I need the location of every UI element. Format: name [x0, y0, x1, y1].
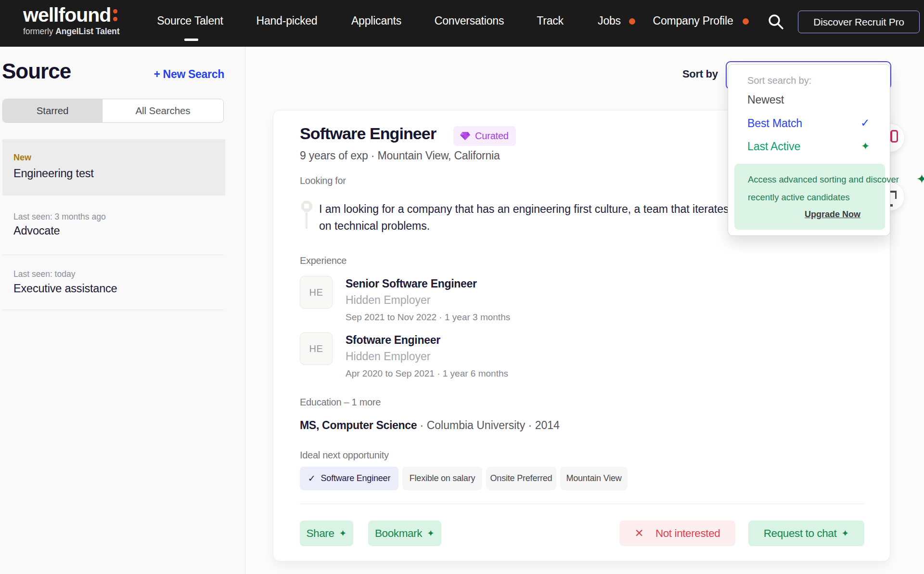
new-badge: New	[13, 153, 31, 163]
ideal-chips: ✓Software Engineer Flexible on salary On…	[300, 467, 628, 490]
logo-wordmark: wellfound	[23, 4, 119, 26]
looking-for-text-line1: I am looking for a company that has an e…	[319, 203, 729, 216]
discover-recruit-pro-button[interactable]: Discover Recruit Pro	[798, 11, 920, 33]
experience-dates: Sep 2021 to Nov 2022 · 1 year 3 months	[346, 312, 510, 323]
sort-option-last-active[interactable]: Last Active	[747, 140, 800, 153]
experience-title: Senior Software Engineer	[346, 277, 477, 290]
experience-dates: Apr 2020 to Sep 2021 · 1 year 6 months	[346, 368, 508, 379]
candidate-subtitle: 9 years of exp · Mountain View, Californ…	[300, 149, 500, 162]
share-button[interactable]: Share✦	[300, 521, 353, 546]
sort-option-best-match[interactable]: Best Match	[747, 117, 802, 130]
ideal-next-opportunity-label: Ideal next opportunity	[300, 450, 389, 461]
experience-label: Experience	[300, 255, 346, 266]
sidebar-tabs: Starred All Searches	[2, 99, 224, 123]
bookmark-button[interactable]: Bookmark✦	[368, 521, 441, 546]
education-label: Education – 1 more	[300, 397, 381, 408]
check-icon: ✓	[860, 117, 870, 130]
tab-starred[interactable]: Starred	[3, 99, 103, 122]
experience-company: Hidden Employer	[346, 350, 430, 363]
chip-flexible-on-salary[interactable]: Flexible on salary	[402, 467, 482, 490]
tab-all-searches[interactable]: All Searches	[103, 99, 223, 122]
sort-dropdown-menu: Sort search by: Newest Best Match ✓ Last…	[728, 64, 890, 236]
edge-sparkle-icon: ✦	[916, 171, 924, 187]
upgrade-now-link[interactable]: Upgrade Now	[805, 209, 860, 220]
looking-for-label: Looking for	[300, 175, 346, 186]
top-nav-bar: wellfound formerly AngelList Talent Sour…	[0, 0, 924, 47]
quote-stem	[306, 212, 308, 229]
nav-hand-picked[interactable]: Hand-picked	[257, 14, 318, 27]
company-profile-notification-dot	[743, 18, 749, 25]
promo-text-line2: recently active candidates	[748, 192, 850, 203]
chip-mountain-view[interactable]: Mountain View	[560, 467, 628, 490]
education-school: Columbia University · 2014	[427, 419, 560, 431]
nav-jobs[interactable]: Jobs	[598, 14, 621, 27]
last-seen-label: Last seen: 3 months ago	[13, 212, 106, 222]
upgrade-promo-box: Access advanced sorting and discover rec…	[734, 164, 885, 230]
sort-menu-heading: Sort search by:	[747, 75, 811, 86]
saved-search-title: Engineering test	[13, 167, 94, 180]
promo-text-line1: Access advanced sorting and discover	[748, 174, 899, 185]
divider	[2, 255, 224, 255]
curated-badge: Curated	[453, 126, 516, 146]
sort-option-newest[interactable]: Newest	[747, 93, 784, 106]
sparkle-icon: ✦	[861, 140, 870, 153]
chip-software-engineer[interactable]: ✓Software Engineer	[300, 467, 398, 490]
candidate-name: Software Engineer	[300, 124, 436, 143]
employer-avatar: HE	[300, 332, 333, 365]
nav-track[interactable]: Track	[537, 14, 564, 27]
curated-label: Curated	[475, 130, 509, 142]
share-corner-icon	[895, 191, 897, 199]
app: wellfound formerly AngelList Talent Sour…	[0, 0, 924, 574]
hide-candidate-icon	[890, 130, 898, 143]
search-icon[interactable]	[767, 13, 784, 30]
experience-title: Sfotware Engineer	[346, 334, 440, 347]
gem-icon	[460, 131, 471, 141]
looking-for-text-line2: on technical problems.	[319, 220, 430, 233]
divider	[2, 310, 224, 310]
nav-source-talent[interactable]: Source Talent	[157, 14, 223, 27]
nav-conversations[interactable]: Conversations	[435, 14, 504, 27]
new-search-link[interactable]: + New Search	[154, 68, 224, 81]
last-seen-label: Last seen: today	[13, 269, 75, 279]
jobs-notification-dot	[629, 18, 635, 25]
logo-colon	[113, 7, 119, 22]
nav-active-underline	[184, 39, 198, 41]
chip-onsite-preferred[interactable]: Onsite Preferred	[486, 467, 556, 490]
sidebar-title: Source	[2, 59, 71, 83]
wellfound-logo[interactable]: wellfound formerly AngelList Talent	[23, 4, 119, 37]
sparkle-icon: ✦	[841, 528, 849, 539]
not-interested-button[interactable]: ✕Not interested	[619, 521, 735, 546]
nav-applicants[interactable]: Applicants	[351, 14, 401, 27]
employer-avatar: HE	[300, 276, 333, 309]
education-degree: MS, Computer Science	[300, 419, 417, 431]
saved-search-advocate[interactable]: Advocate	[13, 224, 60, 237]
quote-marker-center	[304, 204, 309, 209]
x-icon: ✕	[635, 527, 644, 540]
education-line: MS, Computer Science · Columbia Universi…	[300, 419, 560, 432]
saved-search-engineering-test[interactable]: New Engineering test	[2, 139, 225, 196]
sparkle-icon: ✦	[427, 528, 435, 539]
nav-company-profile[interactable]: Company Profile	[653, 14, 733, 27]
saved-search-executive-assistance[interactable]: Executive assistance	[13, 282, 117, 295]
sidebar-source: Source + New Search Starred All Searches…	[0, 47, 245, 574]
sort-by-label: Sort by	[682, 68, 718, 80]
logo-tagline: formerly AngelList Talent	[23, 26, 119, 37]
sparkle-icon: ✦	[339, 528, 347, 539]
experience-company: Hidden Employer	[346, 294, 430, 307]
share-corner-icon	[890, 204, 893, 207]
divider	[300, 504, 864, 504]
check-icon: ✓	[308, 473, 316, 484]
request-to-chat-button[interactable]: Request to chat✦	[748, 521, 864, 546]
